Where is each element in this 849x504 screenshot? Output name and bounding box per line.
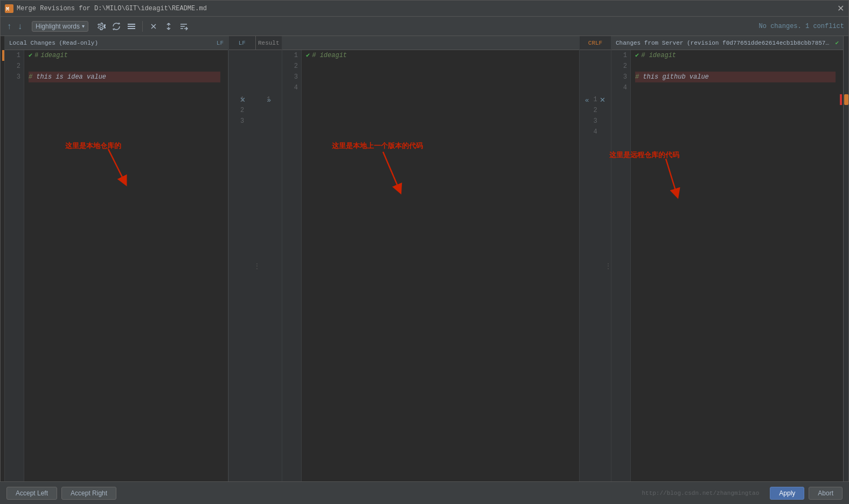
conflict-indicator-left bbox=[2, 50, 4, 61]
svg-line-8 bbox=[154, 26, 156, 29]
right-gutter-line-nums: 1 2 3 4 bbox=[580, 94, 611, 503]
left-panel: Local Changes (Read-only) LF 1 2 3 ✔ # i… bbox=[5, 36, 228, 503]
unfold-icon bbox=[164, 22, 173, 31]
left-panel-title: Local Changes (Read-only) bbox=[9, 40, 217, 46]
dropdown-arrow-icon: ▾ bbox=[82, 23, 85, 29]
sync-button[interactable] bbox=[110, 20, 123, 33]
left-panel-header: Local Changes (Read-only) LF bbox=[5, 36, 228, 50]
left-code-line-2 bbox=[29, 61, 220, 72]
middle-lf-2: 2 bbox=[229, 105, 255, 116]
left-code-area[interactable]: ✔ # ideagit # this is idea value bbox=[24, 50, 225, 503]
right-code-line-4 bbox=[635, 82, 836, 93]
left-code-line-3: # this is idea value bbox=[29, 72, 220, 82]
center-line-numbers: 1 2 3 4 bbox=[282, 50, 302, 503]
center-panel: 1 2 3 4 ✔ # ideagit bbox=[282, 36, 579, 503]
middle-line-nums: 1 1 2 3 bbox=[229, 94, 282, 503]
left-edge-scrollbar bbox=[1, 36, 5, 503]
app-icon: M bbox=[5, 4, 13, 13]
svg-line-6 bbox=[154, 24, 156, 26]
middle-num-row-1: 1 1 bbox=[229, 94, 282, 105]
accept-right-button[interactable]: Accept Right bbox=[61, 487, 116, 500]
center-code-line-4 bbox=[306, 82, 575, 93]
footer-url: http://blog.csdn.net/zhangmingtao bbox=[642, 490, 759, 496]
right-panel-header: Changes from Server (revision f0d77651dd… bbox=[611, 36, 843, 50]
unfold-button[interactable] bbox=[162, 20, 175, 33]
middle-result-2 bbox=[255, 105, 282, 116]
center-code-area[interactable]: ✔ # ideagit bbox=[302, 50, 579, 503]
highlight-words-button[interactable]: Highlight words ▾ bbox=[32, 21, 88, 32]
svg-text:M: M bbox=[6, 6, 9, 12]
left-code-line-1: ✔ # ideagit bbox=[29, 50, 220, 61]
center-text-1: # ideagit bbox=[312, 50, 347, 61]
footer: Accept Left Accept Right http://blog.csd… bbox=[0, 481, 849, 504]
center-panel-content: 1 2 3 4 ✔ # ideagit bbox=[282, 50, 579, 503]
jump-button[interactable] bbox=[177, 20, 190, 33]
svg-rect-2 bbox=[128, 24, 135, 25]
expand-icon bbox=[127, 22, 136, 31]
middle-lf-1: 1 bbox=[229, 94, 255, 105]
center-panel-header bbox=[282, 36, 579, 50]
accept-left-button[interactable]: Accept Left bbox=[6, 487, 57, 500]
right-gutter-num-2: 2 bbox=[580, 105, 611, 116]
left-panel-content: 1 2 3 ✔ # ideagit # this is idea value bbox=[5, 50, 228, 503]
toolbar-separator bbox=[142, 21, 143, 32]
svg-rect-3 bbox=[128, 26, 135, 27]
right-panel: Changes from Server (revision f0d77651dd… bbox=[611, 36, 843, 503]
left-line-num-3: 3 bbox=[8, 72, 20, 82]
status-text: No changes. 1 conflict bbox=[759, 23, 844, 30]
right-gutter-num-1: 1 bbox=[580, 94, 611, 105]
middle-gutter: LF Result ✕ » 1 1 2 bbox=[228, 36, 282, 503]
left-panel-line-ending: LF bbox=[217, 40, 224, 46]
middle-result-1: 1 bbox=[255, 94, 282, 105]
result-label: Result bbox=[256, 36, 282, 50]
center-code-line-1: ✔ # ideagit bbox=[306, 50, 575, 61]
left-text-3: # this is idea value bbox=[29, 72, 106, 82]
fold-icon bbox=[149, 22, 158, 31]
middle-num-row-2: 2 bbox=[229, 105, 282, 116]
gear-icon bbox=[97, 22, 106, 31]
center-checkmark-1: ✔ bbox=[306, 50, 310, 61]
toolbar: ↑ ↓ Highlight words ▾ bbox=[1, 17, 848, 36]
middle-lf-3: 3 bbox=[229, 116, 255, 127]
left-line-numbers: 1 2 3 bbox=[5, 50, 24, 503]
crlf-label: CRLF bbox=[588, 40, 602, 46]
right-code-line-1: ✔ # ideagit bbox=[635, 50, 836, 61]
right-dots: ⋮ bbox=[605, 262, 611, 270]
left-panel-right-edge bbox=[225, 50, 228, 503]
middle-gutter-header: LF Result bbox=[229, 36, 282, 50]
center-code-line-2 bbox=[306, 61, 575, 72]
svg-line-7 bbox=[151, 26, 154, 29]
center-code-line-3 bbox=[306, 72, 575, 82]
apply-button[interactable]: Apply bbox=[770, 487, 804, 500]
right-checkmark-1: ✔ bbox=[635, 50, 639, 61]
right-text-1: # ideagit bbox=[641, 50, 676, 61]
titlebar: M Merge Revisions for D:\MILO\GIT\ideagi… bbox=[1, 1, 848, 17]
left-line-num-2: 2 bbox=[8, 61, 20, 72]
right-conflict-bar bbox=[840, 50, 843, 503]
right-code-line-2 bbox=[635, 61, 836, 72]
jump-icon bbox=[179, 22, 188, 31]
left-text-1: ideagit bbox=[40, 50, 67, 61]
next-conflict-button[interactable]: ↓ bbox=[16, 20, 24, 32]
svg-rect-4 bbox=[128, 28, 135, 29]
right-line-numbers: 1 2 3 4 bbox=[611, 50, 631, 503]
prev-conflict-button[interactable]: ↑ bbox=[5, 20, 13, 32]
footer-left: Accept Left Accept Right bbox=[6, 487, 116, 500]
svg-line-5 bbox=[151, 24, 154, 26]
right-gutter: CRLF « ✕ 1 2 3 4 ⋮ bbox=[579, 36, 611, 503]
right-conflict-indicator bbox=[840, 94, 842, 105]
left-line-num-1: 1 bbox=[8, 50, 20, 61]
right-code-line-3: # this github value bbox=[635, 72, 836, 82]
settings-button[interactable] bbox=[95, 20, 108, 33]
fold-button[interactable] bbox=[147, 20, 160, 33]
right-panel-title: Changes from Server (revision f0d77651dd… bbox=[616, 40, 831, 46]
close-button[interactable]: ✕ bbox=[837, 4, 844, 13]
right-code-area[interactable]: ✔ # ideagit # this github value bbox=[631, 50, 840, 503]
right-edge-scrollbar bbox=[843, 36, 848, 503]
right-gutter-num-3: 3 bbox=[580, 116, 611, 127]
abort-button[interactable]: Abort bbox=[809, 487, 843, 500]
middle-dots: ⋮ bbox=[254, 262, 260, 270]
titlebar-title: Merge Revisions for D:\MILO\GIT\ideagit\… bbox=[17, 5, 207, 12]
expand-button[interactable] bbox=[125, 20, 138, 33]
highlight-words-label: Highlight words bbox=[36, 23, 80, 30]
